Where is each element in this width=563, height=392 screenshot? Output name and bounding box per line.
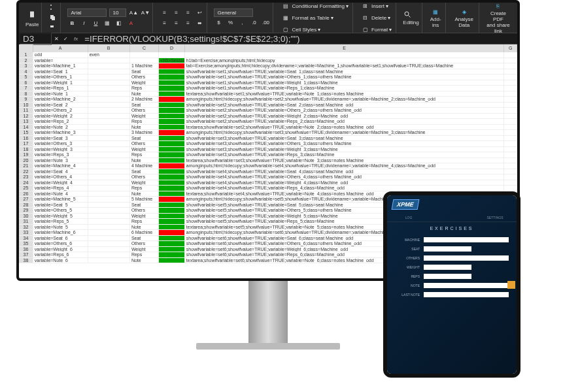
align-top-icon[interactable]: ≡ bbox=[160, 8, 169, 17]
cell[interactable]: 2 Machine bbox=[130, 97, 159, 103]
cell[interactable] bbox=[159, 63, 185, 69]
cell[interactable]: variable=Weight_5 bbox=[33, 214, 88, 220]
cell[interactable]: Seat bbox=[130, 103, 159, 108]
cell[interactable] bbox=[88, 130, 130, 136]
font-color-icon[interactable]: A bbox=[126, 18, 135, 27]
cell[interactable] bbox=[88, 214, 130, 220]
format-painter-icon[interactable] bbox=[48, 24, 58, 33]
grid-row[interactable]: 20variable=Note_3Notetextarea;showifvari… bbox=[19, 158, 517, 164]
cell[interactable]: 16 bbox=[19, 136, 33, 142]
col-header[interactable]: E bbox=[185, 44, 505, 52]
cell[interactable]: 17 bbox=[19, 141, 33, 147]
cell[interactable]: Note bbox=[130, 125, 159, 131]
cell[interactable] bbox=[159, 80, 185, 86]
cell[interactable] bbox=[88, 203, 130, 208]
dec-dec-icon[interactable]: .00 bbox=[261, 18, 270, 27]
fx-cancel-icon[interactable]: ✕ bbox=[52, 34, 61, 43]
border-icon[interactable]: ▦ bbox=[103, 18, 112, 27]
cell[interactable] bbox=[159, 191, 185, 197]
cell[interactable] bbox=[159, 114, 185, 120]
floating-action-button[interactable] bbox=[507, 281, 515, 289]
cell[interactable] bbox=[159, 219, 185, 225]
select-all-corner[interactable] bbox=[19, 44, 33, 52]
cell[interactable] bbox=[159, 97, 185, 103]
cell[interactable] bbox=[88, 97, 130, 103]
align-right-icon[interactable]: ≡ bbox=[183, 18, 192, 27]
cell[interactable] bbox=[88, 80, 130, 86]
cell[interactable] bbox=[159, 147, 185, 153]
fx-accept-icon[interactable]: ✓ bbox=[61, 34, 70, 43]
tab-mid[interactable] bbox=[430, 214, 473, 221]
grid-row[interactable]: 9variable=Machine_22 Machineamonginputs;… bbox=[19, 97, 517, 103]
cell[interactable]: showifvariable=set3;showifvalue=TRUE;var… bbox=[185, 141, 504, 147]
cell[interactable] bbox=[159, 252, 185, 258]
cell[interactable] bbox=[504, 52, 517, 58]
editing-group[interactable]: Editing bbox=[403, 10, 418, 25]
delete-button[interactable]: ⊟Delete ▾ bbox=[360, 12, 393, 23]
cell[interactable] bbox=[504, 163, 517, 169]
fx-icon[interactable]: fx bbox=[70, 36, 82, 42]
cell[interactable]: 29 bbox=[19, 208, 33, 214]
merge-icon[interactable]: ⬌ bbox=[195, 18, 204, 27]
cell[interactable]: variable=Seat_3 bbox=[33, 136, 88, 142]
cell[interactable]: <h5>Session:</h bbox=[159, 58, 185, 64]
cell[interactable]: variable=Weight_2 bbox=[33, 114, 88, 120]
cell[interactable] bbox=[88, 125, 130, 131]
cell[interactable]: Note bbox=[130, 158, 159, 164]
cell[interactable] bbox=[159, 74, 185, 80]
cell[interactable] bbox=[159, 69, 185, 75]
col-header[interactable]: G bbox=[504, 44, 517, 52]
cell[interactable]: variable= bbox=[33, 58, 88, 64]
cell[interactable] bbox=[504, 86, 517, 91]
cell[interactable] bbox=[504, 125, 517, 131]
increase-font-icon[interactable]: A▲ bbox=[129, 8, 138, 17]
cell[interactable]: Weight bbox=[130, 180, 159, 186]
cell[interactable] bbox=[88, 69, 130, 75]
cell[interactable]: Weight bbox=[130, 147, 159, 153]
grid-row[interactable]: 14variable=Note_2Notetextarea;showifvari… bbox=[19, 125, 517, 131]
currency-icon[interactable]: $ bbox=[214, 18, 223, 27]
cell[interactable]: 23 bbox=[19, 174, 33, 180]
cell[interactable] bbox=[504, 180, 517, 186]
cell[interactable]: 11 bbox=[19, 108, 33, 114]
cell[interactable]: 8 bbox=[19, 91, 33, 97]
cell[interactable] bbox=[88, 103, 130, 108]
cell[interactable]: variable=Seat_2 bbox=[33, 103, 88, 108]
text-input[interactable] bbox=[424, 274, 471, 279]
grid-row[interactable]: 10variable=Seat_2Seatshowifvariable=set2… bbox=[19, 103, 517, 108]
inc-dec-icon[interactable]: .0 bbox=[249, 18, 258, 27]
cell[interactable] bbox=[504, 136, 517, 142]
cell[interactable]: 12 bbox=[19, 114, 33, 120]
analyse-data-button[interactable]: ◈ Analyse Data bbox=[452, 7, 476, 28]
cell[interactable] bbox=[504, 141, 517, 147]
cell[interactable]: variable=Weight_4 bbox=[33, 180, 88, 186]
cell[interactable]: showifvariable=set2;showifvalue=TRUE;var… bbox=[185, 114, 504, 120]
cell[interactable]: showifvariable=set3;showifvalue=TRUE;var… bbox=[185, 152, 504, 158]
copy-icon[interactable] bbox=[48, 13, 58, 22]
grid-row[interactable]: 22variable=Seat_4Seatshowifvariable=set4… bbox=[19, 169, 517, 175]
cell[interactable]: 25 bbox=[19, 186, 33, 191]
cell[interactable] bbox=[88, 163, 130, 169]
cell[interactable]: 38 bbox=[19, 258, 33, 264]
cell[interactable]: showifvariable=set1;showifvalue=TRUE;var… bbox=[185, 80, 504, 86]
cell[interactable] bbox=[504, 108, 517, 114]
cell[interactable] bbox=[88, 186, 130, 191]
cell[interactable] bbox=[159, 180, 185, 186]
grid-row[interactable]: 8variable=Note_1Notetextarea;showifvaria… bbox=[19, 91, 517, 97]
create-pdf-button[interactable]: ⎘ Create PDF and share link bbox=[486, 1, 511, 34]
cell[interactable] bbox=[504, 174, 517, 180]
cell[interactable] bbox=[88, 258, 130, 264]
cell[interactable] bbox=[88, 174, 130, 180]
cell[interactable] bbox=[88, 114, 130, 120]
cell[interactable] bbox=[504, 169, 517, 175]
cell[interactable]: variable=Machine_4 bbox=[33, 163, 88, 169]
cell[interactable]: Weight bbox=[130, 214, 159, 220]
cell[interactable] bbox=[159, 258, 185, 264]
cell[interactable] bbox=[504, 58, 517, 64]
cell[interactable]: showifvariable=set4;showifvalue=TRUE;var… bbox=[185, 180, 504, 186]
cell[interactable] bbox=[504, 97, 517, 103]
cell[interactable]: variable=Note_1 bbox=[33, 91, 88, 97]
cell[interactable] bbox=[185, 52, 504, 58]
cell[interactable]: showifvariable=set1;showifvalue=TRUE;var… bbox=[185, 69, 504, 75]
col-header[interactable]: B bbox=[88, 44, 130, 52]
